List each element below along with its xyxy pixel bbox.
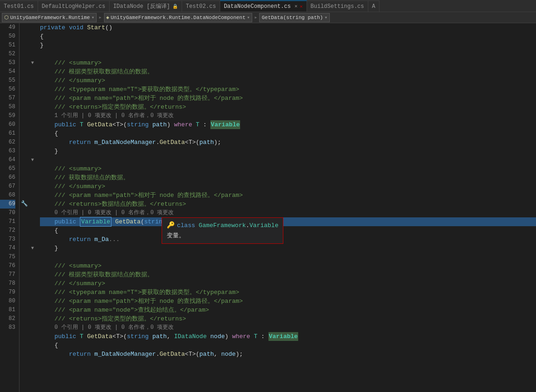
tab-datanodecomponent[interactable]: DataNodeComponent.cs × ✕ bbox=[220, 0, 307, 12]
tab-bar: Test01.cs DefaultLogHelper.cs IDataNode … bbox=[0, 0, 536, 12]
code-line-69: public Variable GetData(string path) bbox=[40, 217, 536, 226]
fold-53[interactable]: ▼ bbox=[29, 59, 36, 67]
ln-76: 76 bbox=[0, 261, 15, 270]
marker-79 bbox=[20, 288, 29, 297]
fold-75 bbox=[29, 253, 36, 261]
class-label: UnityGameFramework.Runtime.DataNodeCompo… bbox=[111, 15, 245, 20]
tab-idatanode-label: IDataNode [反编译] bbox=[113, 2, 170, 10]
marker-52 bbox=[20, 50, 29, 59]
code-line-75: /// 根据类型获取数据结点的数据。 bbox=[40, 270, 536, 279]
marker-73 bbox=[20, 235, 29, 244]
code-line-83: return m_DataNodeManager.GetData<T>(path… bbox=[40, 350, 536, 359]
marker-68 bbox=[20, 191, 29, 200]
marker-53 bbox=[20, 59, 29, 67]
tab-buildsettings[interactable]: BuildSettings.cs bbox=[307, 0, 368, 12]
fold-82 bbox=[29, 314, 36, 323]
code-line-58: /// <returns>指定类型的数据。</returns> bbox=[40, 103, 536, 111]
ln-69: 69 bbox=[0, 200, 15, 209]
code-area[interactable]: private void Start() { } /// <summary> /… bbox=[36, 23, 536, 392]
fold-65 bbox=[29, 164, 36, 173]
code-line-60: { bbox=[40, 129, 536, 138]
tab-datanodecomponent-label: DataNodeComponent.cs bbox=[224, 3, 291, 10]
tab-a[interactable]: A bbox=[368, 0, 379, 12]
namespace-dropdown[interactable]: ⬡ UnityGameFramework.Runtime ▾ bbox=[2, 13, 97, 22]
fold-67 bbox=[29, 182, 36, 191]
tab-test01[interactable]: Test01.cs bbox=[0, 0, 38, 12]
ln-65: 65 bbox=[0, 164, 15, 173]
code-line-70: { bbox=[40, 226, 536, 235]
ln-58: 58 bbox=[0, 103, 15, 111]
ln-50: 50 bbox=[0, 32, 15, 41]
marker-65 bbox=[20, 164, 29, 173]
marker-54 bbox=[20, 67, 29, 76]
code-line-56: /// <typeparam name="T">要获取的数据类型。</typep… bbox=[40, 85, 536, 94]
code-line-68: /// <returns>数据结点的数据。</returns> bbox=[40, 200, 536, 209]
namespace-label: UnityGameFramework.Runtime bbox=[10, 15, 90, 20]
ln-80: 80 bbox=[0, 297, 15, 306]
ref-count-59: 1 个引用 | 0 项更改 | 0 名作者，0 项更改 bbox=[40, 111, 536, 120]
method-dropdown[interactable]: GetData(string path) ▾ bbox=[259, 13, 330, 22]
fold-68 bbox=[29, 191, 36, 200]
ln-70: 70 bbox=[0, 209, 15, 217]
ln-51: 51 bbox=[0, 41, 15, 50]
fold-57 bbox=[29, 94, 36, 103]
ln-71: 71 bbox=[0, 217, 15, 226]
ln-78: 78 bbox=[0, 279, 15, 288]
method-label: GetData(string path) bbox=[261, 15, 323, 20]
fold-73 bbox=[29, 235, 36, 244]
ln-52: 52 bbox=[0, 50, 15, 59]
fold-60 bbox=[29, 120, 36, 129]
marker-50 bbox=[20, 32, 29, 41]
ln-64: 64 bbox=[0, 156, 15, 164]
marker-80 bbox=[20, 297, 29, 306]
marker-70 bbox=[20, 209, 29, 217]
tab-defaultloghelper[interactable]: DefaultLogHelper.cs bbox=[38, 0, 110, 12]
ref-count-69: 0 个引用 | 0 项更改 | 0 名作者，0 项更改 bbox=[40, 209, 536, 217]
nav-bar: ⬡ UnityGameFramework.Runtime ▾ ▸ ◈ Unity… bbox=[0, 12, 536, 23]
tab-datanodecomponent-close[interactable]: × bbox=[294, 4, 298, 9]
tab-test02[interactable]: Test02.cs bbox=[182, 0, 220, 12]
fold-56 bbox=[29, 85, 36, 94]
tab-idatanode[interactable]: IDataNode [反编译] 🔒 bbox=[110, 0, 182, 12]
marker-49 bbox=[20, 23, 29, 32]
tab-test02-label: Test02.cs bbox=[186, 3, 216, 10]
marker-83 bbox=[20, 323, 29, 332]
ln-74: 74 bbox=[0, 244, 15, 253]
marker-82 bbox=[20, 314, 29, 323]
ln-53: 53 bbox=[0, 59, 15, 67]
ln-68: 68 bbox=[0, 191, 15, 200]
class-dropdown[interactable]: ◈ UnityGameFramework.Runtime.DataNodeCom… bbox=[104, 13, 253, 22]
fold-80 bbox=[29, 297, 36, 306]
ln-57: 57 bbox=[0, 94, 15, 103]
folds-column: ▼ ▼ ▼ bbox=[29, 23, 36, 392]
fold-61 bbox=[29, 129, 36, 138]
method-chevron: ▾ bbox=[324, 14, 327, 20]
ln-81: 81 bbox=[0, 306, 15, 314]
ln-75: 75 bbox=[0, 253, 15, 261]
fold-49 bbox=[29, 23, 36, 32]
marker-69[interactable]: 🔧 bbox=[20, 200, 29, 209]
code-line-73 bbox=[40, 253, 536, 261]
code-line-63 bbox=[40, 156, 536, 164]
ln-49: 49 bbox=[0, 23, 15, 32]
code-line-50: { bbox=[40, 32, 536, 41]
ln-61: 61 bbox=[0, 129, 15, 138]
markers-column: 🔧 bbox=[20, 23, 29, 392]
fold-64[interactable]: ▼ bbox=[29, 156, 36, 164]
ln-66: 66 bbox=[0, 173, 15, 182]
fold-77 bbox=[29, 270, 36, 279]
tab-defaultloghelper-label: DefaultLogHelper.cs bbox=[42, 3, 105, 10]
code-line-80: /// <returns>指定类型的数据。</returns> bbox=[40, 314, 536, 323]
code-line-66: /// </summary> bbox=[40, 182, 536, 191]
code-line-79: /// <param name="node">查找起始结点。</param> bbox=[40, 306, 536, 314]
ln-79: 79 bbox=[0, 288, 15, 297]
ln-63: 63 bbox=[0, 147, 15, 156]
ln-83: 83 bbox=[0, 323, 15, 332]
code-line-62: } bbox=[40, 147, 536, 156]
marker-56 bbox=[20, 85, 29, 94]
fold-74[interactable]: ▼ bbox=[29, 244, 36, 253]
ln-77: 77 bbox=[0, 270, 15, 279]
class-icon: ◈ bbox=[106, 14, 110, 20]
marker-74 bbox=[20, 244, 29, 253]
marker-57 bbox=[20, 94, 29, 103]
